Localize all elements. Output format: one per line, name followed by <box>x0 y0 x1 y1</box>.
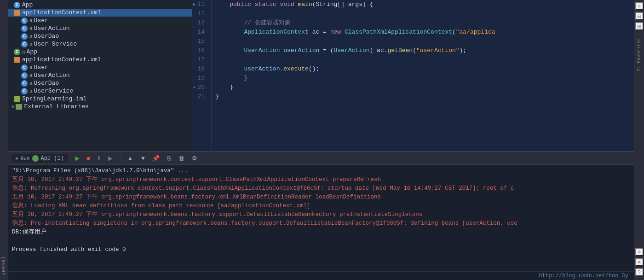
star-button[interactable]: ★ <box>635 248 644 256</box>
bottom-panel: ▶ Run App (1) ▶ ■ ⏸ ▶ ▲ ▼ 📌 ⎘ 🗑 ⚙ "X:\Pr… <box>8 151 634 280</box>
run-tab-label: Run <box>21 156 30 161</box>
code-line-20: } <box>215 83 630 92</box>
copy-button[interactable]: ⎘ <box>164 153 174 163</box>
tree-item-extlibs[interactable]: ▶ External Libraries <box>8 103 192 111</box>
sidebar-spacer <box>639 32 639 33</box>
tree-item-userdao2[interactable]: C a UserDao <box>8 79 192 87</box>
xml-icon-2 <box>14 57 20 63</box>
ln-21: 21 <box>192 92 207 101</box>
tree-item-userservice2[interactable]: C a UserService <box>8 87 192 95</box>
console-line-9: Process finished with exit code 0 <box>12 245 630 254</box>
tree-label-userservice2: UserService <box>34 88 74 94</box>
pin-button[interactable]: 📌 <box>151 153 161 163</box>
sidebar-btn-3[interactable]: ⊞ <box>635 22 644 30</box>
access-icon-userdao2: a <box>29 81 33 86</box>
console-line-2: 信息: Refreshing org.springframework.conte… <box>12 184 630 193</box>
scroll-down-button[interactable]: ▼ <box>138 153 148 163</box>
code-line-12 <box>215 9 630 18</box>
tree-item-user1[interactable]: C a User <box>8 17 192 24</box>
class-icon-user2: C <box>21 64 28 71</box>
footer-link: http://blog.csdn.net/hon_3y <box>539 273 628 279</box>
help-button[interactable]: ? <box>635 268 644 276</box>
jrebel-label: JRebel <box>1 256 6 275</box>
ln-12: 12 <box>192 9 207 18</box>
class-icon-useraction1: C <box>21 25 28 32</box>
ln-20: 20 <box>192 83 207 92</box>
access-icon-user1: a <box>29 18 33 23</box>
run-pause-button[interactable]: ⏸ <box>94 153 104 163</box>
iml-icon <box>14 96 20 102</box>
tree-label-useraction1: UserAction <box>34 25 70 32</box>
tree-item-app1[interactable]: C App <box>8 1 192 9</box>
toolbar-divider <box>120 155 121 162</box>
code-line-15 <box>215 37 630 46</box>
access-icon-useraction1: a <box>29 26 33 31</box>
scroll-up-button[interactable]: ▲ <box>125 153 135 163</box>
class-icon-app1: C <box>14 2 20 8</box>
console-line-5: 五月 10, 2017 2:49:27 下午 org.springframewo… <box>12 210 630 219</box>
tree-label-user1: User <box>34 17 48 24</box>
tree-item-user2[interactable]: C a User <box>8 64 192 71</box>
run-resume-button[interactable]: ▶ <box>105 153 115 163</box>
code-content[interactable]: public static void main(String[] args) {… <box>212 0 634 151</box>
run-app-label: App (1) <box>40 155 63 162</box>
xml-icon-1 <box>14 10 20 16</box>
tree-item-appctx1[interactable]: applicationContext.xml <box>8 9 192 17</box>
access-icon-userservice2: a <box>29 88 33 94</box>
console-line-4: 信息: Loading XML bean definitions from cl… <box>12 202 630 210</box>
console-line-7: DB:保存用户 <box>12 228 630 237</box>
tree-label-userdao2: UserDao <box>34 80 59 87</box>
sidebar-btn-2[interactable]: ⊟ <box>635 12 644 20</box>
tree-item-userservice1[interactable]: C a User Service <box>8 40 192 48</box>
code-line-17 <box>215 55 630 64</box>
ln-13: 13 <box>192 18 207 28</box>
tree-label-app2: App <box>27 48 37 55</box>
tree-item-userdao1[interactable]: C a UserDao <box>8 32 192 40</box>
sidebar-btn-1[interactable]: ≡ <box>635 2 644 10</box>
tree-item-app2[interactable]: C a App <box>8 48 192 56</box>
code-area: 11 12 13 14 15 16 17 18 19 20 21 public … <box>192 0 634 151</box>
ln-18: 18 <box>192 64 207 74</box>
code-line-21: } <box>215 92 630 101</box>
console-line-6: 信息: Pre-instantiating singletons in org.… <box>12 219 630 228</box>
run-stop-button[interactable]: ■ <box>83 153 93 163</box>
access-icon-userdao1: a <box>29 34 33 39</box>
ln-15: 15 <box>192 37 207 46</box>
run-icon: ▶ <box>16 155 19 161</box>
clear-button[interactable]: 🗑 <box>177 153 187 163</box>
file-tree: C App applicationContext.xml C a User C … <box>8 0 192 151</box>
bottom-buttons: ★ ✕ ? <box>635 248 644 278</box>
tree-item-appctx2[interactable]: applicationContext.xml <box>8 56 192 64</box>
tree-item-useraction1[interactable]: C a UserAction <box>8 24 192 32</box>
code-line-16: UserAction userAction = (UserAction) ac.… <box>215 46 630 55</box>
tree-label-appctx2: applicationContext.xml <box>22 56 101 63</box>
line-numbers: 11 12 13 14 15 16 17 18 19 20 21 <box>192 0 212 151</box>
ln-11: 11 <box>192 0 207 9</box>
tree-label-userdao1: UserDao <box>34 33 59 40</box>
close-button[interactable]: ✕ <box>635 258 644 266</box>
code-line-11: public static void main(String[] args) { <box>215 0 630 9</box>
settings-button[interactable]: ⚙ <box>190 153 200 163</box>
console-line-3: 五月 10, 2017 2:49:27 下午 org.springframewo… <box>12 193 630 202</box>
run-play-button[interactable]: ▶ <box>72 153 82 163</box>
tree-item-useraction2[interactable]: C a UserAction <box>8 71 192 79</box>
console-line-1: 五月 10, 2017 2:49:27 下午 org.springframewo… <box>12 175 630 184</box>
top-section: C App applicationContext.xml C a User C … <box>8 0 634 151</box>
run-tab[interactable]: ▶ Run App (1) <box>12 154 68 163</box>
class-icon-userdao1: C <box>21 33 28 40</box>
code-editor: 11 12 13 14 15 16 17 18 19 20 21 public … <box>192 0 634 151</box>
run-buttons: ▶ ■ ⏸ ▶ <box>72 153 115 163</box>
arrow-icon-extlibs: ▶ <box>12 104 14 109</box>
main-content: C App applicationContext.xml C a User C … <box>8 0 634 280</box>
tree-item-springlearning[interactable]: SpringLearning.iml <box>8 95 192 103</box>
code-line-19: } <box>215 74 630 83</box>
tree-label-extlibs: External Libraries <box>24 103 88 110</box>
console-line-8 <box>12 237 630 245</box>
extlibs-icon <box>16 104 22 110</box>
tree-label-springlearning: SpringLearning.iml <box>22 95 86 102</box>
console-footer: http://blog.csdn.net/hon_3y <box>8 271 634 280</box>
ln-19: 19 <box>192 74 207 83</box>
right-sidebar: ≡ ⊟ ⊞ 2: Favorites ★ ✕ ? <box>634 0 644 280</box>
class-icon-userservice1: C <box>21 41 28 47</box>
run-toolbar: ▶ Run App (1) ▶ ■ ⏸ ▶ ▲ ▼ 📌 ⎘ 🗑 ⚙ <box>8 152 634 165</box>
